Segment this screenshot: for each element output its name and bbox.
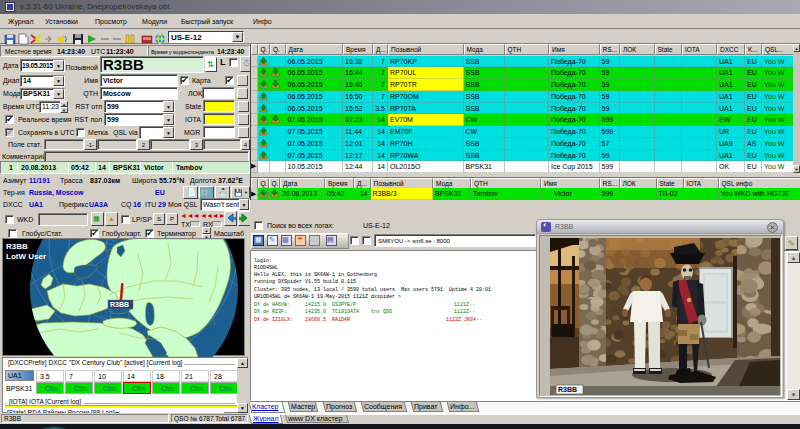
svg-text:LotW User: LotW User [6,252,46,261]
svg-text:R3BB: R3BB [558,386,577,393]
svg-text:R3BB: R3BB [110,301,129,308]
svg-text:R3BB: R3BB [6,242,28,251]
